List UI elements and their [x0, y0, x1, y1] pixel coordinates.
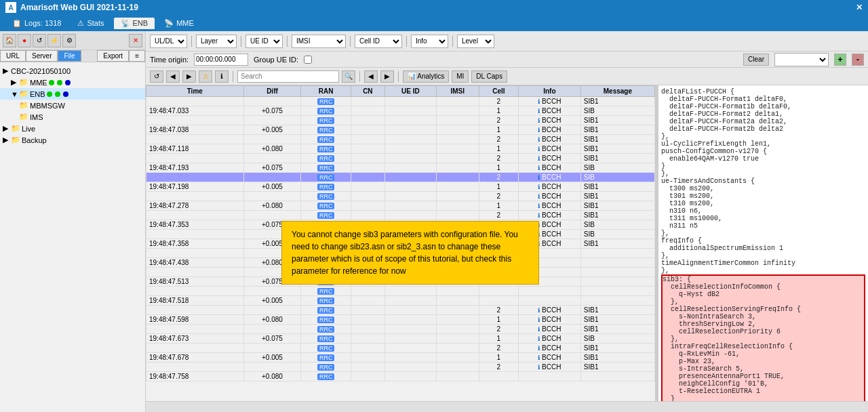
- table-row[interactable]: 19:48:47.598+0.080RRC1ℹ BCCHSIB1: [146, 315, 655, 325]
- toolbar-next-btn[interactable]: ▶: [380, 70, 394, 83]
- cell-cn: [351, 154, 384, 163]
- cell-diff: +0.075: [243, 163, 301, 173]
- sidebar-btn-stop[interactable]: ●: [18, 34, 31, 47]
- tab-logs[interactable]: 📋 Logs: 1318: [5, 18, 68, 29]
- imsi-select[interactable]: IMSI: [292, 35, 346, 48]
- uldl-select[interactable]: UL/DLULDL: [150, 35, 187, 48]
- code-panel[interactable]: deltaFList-PUCCH { deltaF-PUCCH-Format1 …: [658, 85, 868, 401]
- table-row[interactable]: RRC2ℹ BCCHSIB1: [146, 192, 655, 201]
- tab-mme[interactable]: 📡 MME: [157, 18, 201, 29]
- toolbar-prev-btn[interactable]: ◀: [364, 70, 378, 83]
- toolbar-warning-btn[interactable]: ⚠: [199, 70, 212, 83]
- group-ueid-checkbox[interactable]: [304, 56, 312, 64]
- nav-file[interactable]: File: [58, 50, 81, 62]
- cell-ran: RRC: [301, 116, 351, 125]
- dlcaps-tab[interactable]: DL Caps: [471, 70, 507, 83]
- sidebar-btn-close[interactable]: ✕: [129, 34, 142, 47]
- cell-message: SIB: [580, 106, 654, 116]
- info-select[interactable]: Info: [411, 35, 448, 48]
- table-row[interactable]: RRC2ℹ BCCHSIB1: [146, 135, 655, 144]
- toolbar-search-icon[interactable]: 🔍: [342, 70, 355, 83]
- toolbar-back-btn[interactable]: ◀: [166, 70, 180, 83]
- tree-mme[interactable]: ▶ 📁 MME: [0, 77, 145, 88]
- cell-ran: RRC: [301, 154, 351, 163]
- table-row[interactable]: RRC2ℹ BCCHSIB1: [146, 116, 655, 125]
- table-row[interactable]: RRC2ℹ BCCHSIB1: [146, 154, 655, 163]
- cell-info: ℹ BCCH: [518, 201, 580, 211]
- cell-info: ℹ BCCH: [518, 154, 580, 163]
- cell-cell: [479, 287, 518, 296]
- rrc-badge: RRC: [317, 136, 335, 143]
- search-input[interactable]: [237, 70, 339, 83]
- table-row[interactable]: 19:48:47.198+0.005RRC1ℹ BCCHSIB1: [146, 182, 655, 192]
- time-origin-input[interactable]: [194, 54, 248, 66]
- tab-enb[interactable]: 📡 ENB: [114, 18, 155, 29]
- table-row[interactable]: 19:48:47.278+0.080RRC1ℹ BCCHSIB1: [146, 201, 655, 211]
- tree-enb[interactable]: ▼ 📁 ENB: [0, 88, 145, 100]
- cell-cell: 2: [479, 154, 518, 163]
- analytics-tab[interactable]: 📊 Analytics: [403, 70, 449, 83]
- cell-diff: [243, 116, 301, 125]
- sidebar-btn-connect[interactable]: ⚡: [47, 34, 61, 47]
- cell-ueid: [384, 353, 436, 363]
- table-row[interactable]: RRC2ℹ BCCHSIB1: [146, 306, 655, 315]
- table-row[interactable]: RRC2ℹ BCCHSIB1: [146, 211, 655, 220]
- sidebar-btn-home[interactable]: 🏠: [3, 34, 16, 47]
- tree-backup[interactable]: ▶ 📁 Backup: [0, 134, 145, 146]
- cell-imsi: [436, 125, 479, 135]
- close-icon[interactable]: ✕: [856, 3, 863, 12]
- level-select[interactable]: Level: [457, 35, 494, 48]
- tab-stats[interactable]: ⚠ Stats: [71, 18, 111, 29]
- cell-cell: 2: [479, 211, 518, 220]
- table-row[interactable]: 19:48:47.193+0.075RRC1ℹ BCCHSIB: [146, 163, 655, 173]
- table-row[interactable]: RRC2ℹ BCCHSIB1: [146, 97, 655, 106]
- separator: [398, 71, 399, 82]
- ueid-select[interactable]: UE ID: [245, 35, 283, 48]
- nav-more[interactable]: ≡: [129, 50, 145, 62]
- toolbar-info-btn[interactable]: ℹ: [215, 70, 229, 83]
- clear-button[interactable]: Clear: [743, 54, 769, 66]
- cell-time: 19:48:47.278: [146, 201, 244, 211]
- add-button[interactable]: +: [834, 54, 846, 66]
- table-row[interactable]: RRC2ℹ BCCHSIB1: [146, 363, 655, 372]
- table-row[interactable]: 19:48:47.033+0.075RRC1ℹ BCCHSIB: [146, 106, 655, 116]
- cell-cn: [351, 296, 384, 306]
- tree-live[interactable]: ▶ 📁 Live: [0, 123, 145, 134]
- tree-instance[interactable]: ▶ CBC-2021050100: [0, 65, 145, 77]
- cell-cell: 1: [479, 106, 518, 116]
- tree-ims[interactable]: 📁 IMS: [0, 111, 145, 123]
- cell-time: [146, 249, 244, 258]
- table-row[interactable]: RRC: [146, 287, 655, 296]
- col-info: Info: [518, 86, 580, 97]
- table-row[interactable]: RRC2ℹ BCCHSIB1: [146, 344, 655, 353]
- table-row[interactable]: 19:48:47.118+0.080RRC1ℹ BCCHSIB1: [146, 144, 655, 154]
- table-row[interactable]: 19:48:47.758+0.080RRC: [146, 372, 655, 382]
- nav-export[interactable]: Export: [97, 50, 129, 62]
- folder-icon: 📁: [19, 89, 28, 98]
- remove-button[interactable]: -: [852, 54, 864, 66]
- layer-select[interactable]: Layer: [196, 35, 237, 48]
- table-row[interactable]: RRC2ℹ BCCHSIB1: [146, 325, 655, 334]
- cell-imsi: [436, 135, 479, 144]
- tree-mbmsgw[interactable]: 📁 MBMSGW: [0, 100, 145, 111]
- toolbar-forward-btn[interactable]: ▶: [182, 70, 196, 83]
- cell-time: [146, 325, 244, 334]
- cell-cell: 1: [479, 144, 518, 154]
- toolbar-refresh-btn[interactable]: ↺: [150, 70, 163, 83]
- clear-select[interactable]: [774, 53, 829, 66]
- nav-server[interactable]: Server: [26, 50, 58, 62]
- cellid-select[interactable]: Cell ID: [355, 35, 402, 48]
- sidebar-btn-refresh[interactable]: ↺: [33, 34, 46, 47]
- table-row[interactable]: 19:48:47.673+0.075RRC1ℹ BCCHSIB: [146, 334, 655, 344]
- cell-time: 19:48:47.678: [146, 353, 244, 363]
- nav-url[interactable]: URL: [0, 50, 26, 62]
- mi-tab[interactable]: MI: [452, 70, 469, 83]
- table-row[interactable]: 19:48:47.678+0.005RRC1ℹ BCCHSIB1: [146, 353, 655, 363]
- cell-cell: 1: [479, 334, 518, 344]
- rrc-badge: RRC: [317, 364, 335, 371]
- sidebar-btn-settings[interactable]: ⚙: [62, 34, 76, 47]
- table-row[interactable]: RRC2ℹ BCCHSIB: [146, 173, 655, 182]
- table-row[interactable]: 19:48:47.518+0.005RRC: [146, 296, 655, 306]
- table-row[interactable]: 19:48:47.038+0.005RRC1ℹ BCCHSIB1: [146, 125, 655, 135]
- cell-time: [146, 363, 244, 372]
